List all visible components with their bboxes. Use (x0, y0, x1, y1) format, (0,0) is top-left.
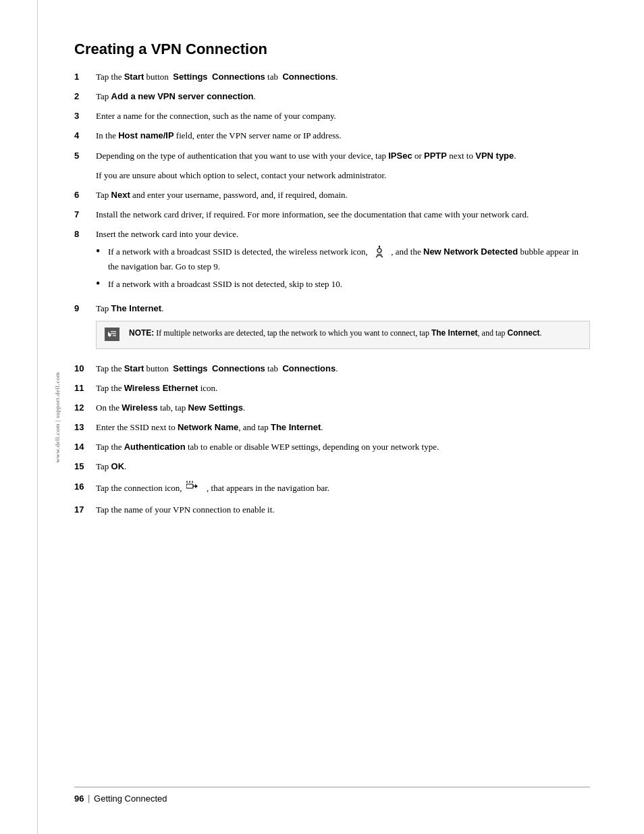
page-container: www.dell.com | support.dell.com Creating… (0, 0, 644, 834)
step-11: 11 Tap the Wireless Ethernet icon. (74, 382, 590, 395)
step-16: 16 Tap the connection icon, , that ap (74, 480, 590, 498)
step-number-13: 13 (74, 421, 96, 434)
step-1: 1 Tap the Start button Settings Connecti… (74, 70, 590, 84)
step-number-2: 2 (74, 90, 96, 103)
bullet-dot-1: • (96, 245, 108, 273)
note-icon (105, 328, 124, 343)
connection-icon (186, 480, 203, 498)
step-12: 12 On the Wireless tab, tap New Settings… (74, 401, 590, 415)
step-6: 6 Tap Next and enter your username, pass… (74, 188, 590, 202)
steps-list-2: 6 Tap Next and enter your username, pass… (74, 188, 590, 517)
footer-separator: | (88, 793, 90, 804)
step-content-2: Tap Add a new VPN server connection. (96, 90, 590, 103)
step-3: 3 Enter a name for the connection, such … (74, 109, 590, 123)
bullet-8-2: • If a network with a broadcast SSID is … (96, 278, 590, 291)
step-number-14: 14 (74, 440, 96, 454)
step-content-12: On the Wireless tab, tap New Settings. (96, 401, 590, 415)
step-number-8: 8 (74, 228, 96, 295)
bullet-content-8-1: If a network with a broadcast SSID is de… (108, 245, 590, 273)
step-number-7: 7 (74, 208, 96, 221)
step-5: 5 Depending on the type of authenticatio… (74, 149, 590, 163)
step-number-12: 12 (74, 401, 96, 415)
step-number-11: 11 (74, 382, 96, 395)
wireless-network-icon (372, 245, 387, 260)
step-number-6: 6 (74, 188, 96, 202)
step-number-16: 16 (74, 480, 96, 498)
step-number-5: 5 (74, 149, 96, 163)
left-border (37, 0, 38, 834)
step-5-note: If you are unsure about which option to … (96, 169, 590, 182)
sidebar-text: www.dell.com | support.dell.com (54, 371, 61, 463)
step-15: 15 Tap OK. (74, 460, 590, 473)
section-heading: Creating a VPN Connection (74, 41, 590, 58)
footer-page-number: 96 (74, 793, 84, 804)
step-content-4: In the Host name/IP field, enter the VPN… (96, 129, 590, 142)
step-content-5: Depending on the type of authentication … (96, 149, 590, 163)
step-content-11: Tap the Wireless Ethernet icon. (96, 382, 590, 395)
step-content-16: Tap the connection icon, , that appears … (96, 480, 590, 498)
step-content-17: Tap the name of your VPN connection to e… (96, 503, 590, 517)
note-icon-img (105, 328, 119, 341)
step-number-4: 4 (74, 129, 96, 142)
step-9: 9 Tap The Internet. (74, 302, 590, 356)
step-number-3: 3 (74, 109, 96, 123)
step-content-9: Tap The Internet. (96, 302, 590, 356)
step-10: 10 Tap the Start button Settings Connect… (74, 362, 590, 375)
step-content-7: Install the network card driver, if requ… (96, 208, 590, 221)
step-14: 14 Tap the Authentication tab to enable … (74, 440, 590, 454)
step-content-14: Tap the Authentication tab to enable or … (96, 440, 590, 454)
step-4: 4 In the Host name/IP field, enter the V… (74, 129, 590, 142)
bullet-content-8-2: If a network with a broadcast SSID is no… (108, 278, 590, 291)
step-7: 7 Install the network card driver, if re… (74, 208, 590, 221)
step-13: 13 Enter the SSID next to Network Name, … (74, 421, 590, 434)
step-content-1: Tap the Start button Settings Connection… (96, 70, 590, 84)
step-content-13: Enter the SSID next to Network Name, and… (96, 421, 590, 434)
step-number-9: 9 (74, 302, 96, 356)
step-content-10: Tap the Start button Settings Connection… (96, 362, 590, 375)
svg-rect-7 (186, 484, 193, 488)
footer-section-label: Getting Connected (94, 793, 167, 804)
step-9-notebox: NOTE: If multiple networks are detected,… (96, 321, 590, 349)
step-content-3: Enter a name for the connection, such as… (96, 109, 590, 123)
step-content-8: Insert the network card into your device… (96, 228, 590, 295)
step-number-1: 1 (74, 70, 96, 84)
svg-point-0 (377, 249, 381, 253)
step-number-15: 15 (74, 460, 96, 473)
step-number-10: 10 (74, 362, 96, 375)
step-17: 17 Tap the name of your VPN connection t… (74, 503, 590, 517)
bullet-8-1: • If a network with a broadcast SSID is … (96, 245, 590, 273)
step-8-bullets: • If a network with a broadcast SSID is … (96, 245, 590, 291)
steps-list: 1 Tap the Start button Settings Connecti… (74, 70, 590, 163)
step-2: 2 Tap Add a new VPN server connection. (74, 90, 590, 103)
bullet-dot-2: • (96, 278, 108, 291)
step-content-6: Tap Next and enter your username, passwo… (96, 188, 590, 202)
svg-point-2 (379, 246, 380, 247)
note-text-9: NOTE: If multiple networks are detected,… (129, 327, 581, 339)
footer: 96 | Getting Connected (74, 787, 590, 804)
step-number-17: 17 (74, 503, 96, 517)
svg-marker-9 (195, 484, 198, 488)
step-8: 8 Insert the network card into your devi… (74, 228, 590, 295)
step-content-15: Tap OK. (96, 460, 590, 473)
